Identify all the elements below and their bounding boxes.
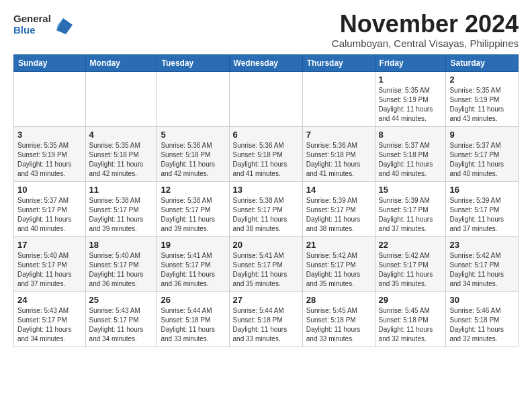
day-number: 16: [449, 185, 515, 195]
day-info: Sunrise: 5:42 AMSunset: 5:17 PMDaylight:…: [379, 251, 443, 289]
calendar-week-2: 3Sunrise: 5:35 AMSunset: 5:19 PMDaylight…: [14, 126, 519, 181]
day-number: 4: [89, 130, 154, 140]
calendar-cell: 19Sunrise: 5:41 AMSunset: 5:17 PMDayligh…: [157, 236, 229, 291]
calendar-cell: 6Sunrise: 5:36 AMSunset: 5:18 PMDaylight…: [229, 126, 302, 181]
day-number: 9: [449, 130, 515, 140]
calendar-cell: 14Sunrise: 5:39 AMSunset: 5:17 PMDayligh…: [302, 181, 375, 236]
day-number: 30: [449, 295, 515, 305]
day-number: 18: [89, 240, 154, 250]
day-info: Sunrise: 5:35 AMSunset: 5:18 PMDaylight:…: [89, 141, 154, 179]
calendar-cell: 5Sunrise: 5:36 AMSunset: 5:18 PMDaylight…: [157, 126, 229, 181]
weekday-saturday: Saturday: [446, 54, 519, 71]
calendar-cell: 30Sunrise: 5:46 AMSunset: 5:18 PMDayligh…: [446, 291, 519, 347]
day-info: Sunrise: 5:43 AMSunset: 5:17 PMDaylight:…: [89, 306, 154, 344]
day-info: Sunrise: 5:39 AMSunset: 5:17 PMDaylight:…: [379, 196, 443, 234]
weekday-sunday: Sunday: [14, 54, 86, 71]
calendar-body: 1Sunrise: 5:35 AMSunset: 5:19 PMDaylight…: [14, 71, 519, 347]
day-info: Sunrise: 5:37 AMSunset: 5:17 PMDaylight:…: [449, 141, 515, 179]
day-info: Sunrise: 5:44 AMSunset: 5:18 PMDaylight:…: [161, 306, 225, 344]
day-number: 13: [233, 185, 299, 195]
day-info: Sunrise: 5:40 AMSunset: 5:17 PMDaylight:…: [17, 251, 82, 289]
day-info: Sunrise: 5:39 AMSunset: 5:17 PMDaylight:…: [449, 196, 515, 234]
logo-blue: Blue: [13, 25, 51, 36]
calendar-cell: 3Sunrise: 5:35 AMSunset: 5:19 PMDaylight…: [14, 126, 86, 181]
calendar-cell: 12Sunrise: 5:38 AMSunset: 5:17 PMDayligh…: [157, 181, 229, 236]
day-number: 6: [233, 130, 299, 140]
day-number: 27: [233, 295, 299, 305]
calendar-cell: 21Sunrise: 5:42 AMSunset: 5:17 PMDayligh…: [302, 236, 375, 291]
day-number: 20: [233, 240, 299, 250]
day-info: Sunrise: 5:43 AMSunset: 5:17 PMDaylight:…: [17, 306, 82, 344]
day-info: Sunrise: 5:35 AMSunset: 5:19 PMDaylight:…: [449, 86, 515, 124]
day-number: 15: [379, 185, 443, 195]
calendar-week-5: 24Sunrise: 5:43 AMSunset: 5:17 PMDayligh…: [14, 291, 519, 347]
calendar-cell: 11Sunrise: 5:38 AMSunset: 5:17 PMDayligh…: [85, 181, 157, 236]
calendar-cell: [157, 71, 229, 126]
logo-icon: [54, 15, 73, 34]
calendar-week-4: 17Sunrise: 5:40 AMSunset: 5:17 PMDayligh…: [14, 236, 519, 291]
day-number: 2: [449, 75, 515, 85]
calendar-week-1: 1Sunrise: 5:35 AMSunset: 5:19 PMDaylight…: [14, 71, 519, 126]
calendar-cell: 15Sunrise: 5:39 AMSunset: 5:17 PMDayligh…: [375, 181, 446, 236]
calendar-cell: 10Sunrise: 5:37 AMSunset: 5:17 PMDayligh…: [14, 181, 86, 236]
calendar-cell: 24Sunrise: 5:43 AMSunset: 5:17 PMDayligh…: [14, 291, 86, 347]
day-info: Sunrise: 5:42 AMSunset: 5:17 PMDaylight:…: [306, 251, 371, 289]
day-info: Sunrise: 5:38 AMSunset: 5:17 PMDaylight:…: [233, 196, 299, 234]
day-number: 28: [306, 295, 371, 305]
day-info: Sunrise: 5:36 AMSunset: 5:18 PMDaylight:…: [161, 141, 225, 179]
calendar-cell: 8Sunrise: 5:37 AMSunset: 5:18 PMDaylight…: [375, 126, 446, 181]
day-number: 26: [161, 295, 225, 305]
calendar-cell: 26Sunrise: 5:44 AMSunset: 5:18 PMDayligh…: [157, 291, 229, 347]
calendar-cell: 27Sunrise: 5:44 AMSunset: 5:18 PMDayligh…: [229, 291, 302, 347]
calendar-cell: 9Sunrise: 5:37 AMSunset: 5:17 PMDaylight…: [446, 126, 519, 181]
calendar-cell: [85, 71, 157, 126]
calendar-cell: 18Sunrise: 5:40 AMSunset: 5:17 PMDayligh…: [85, 236, 157, 291]
calendar-cell: 2Sunrise: 5:35 AMSunset: 5:19 PMDaylight…: [446, 71, 519, 126]
day-info: Sunrise: 5:36 AMSunset: 5:18 PMDaylight:…: [233, 141, 299, 179]
day-number: 21: [306, 240, 371, 250]
svg-marker-0: [56, 18, 73, 34]
calendar-header: SundayMondayTuesdayWednesdayThursdayFrid…: [14, 54, 519, 71]
day-number: 11: [89, 185, 154, 195]
day-info: Sunrise: 5:41 AMSunset: 5:17 PMDaylight:…: [161, 251, 225, 289]
day-info: Sunrise: 5:36 AMSunset: 5:18 PMDaylight:…: [306, 141, 371, 179]
calendar-cell: 25Sunrise: 5:43 AMSunset: 5:17 PMDayligh…: [85, 291, 157, 347]
location-subtitle: Calumboyan, Central Visayas, Philippines: [332, 38, 519, 49]
title-block: November 2024 Calumboyan, Central Visaya…: [332, 11, 519, 49]
day-info: Sunrise: 5:35 AMSunset: 5:19 PMDaylight:…: [379, 86, 443, 124]
day-number: 12: [161, 185, 225, 195]
calendar-cell: 20Sunrise: 5:41 AMSunset: 5:17 PMDayligh…: [229, 236, 302, 291]
weekday-friday: Friday: [375, 54, 446, 71]
calendar-cell: 17Sunrise: 5:40 AMSunset: 5:17 PMDayligh…: [14, 236, 86, 291]
calendar-cell: [14, 71, 86, 126]
day-number: 23: [449, 240, 515, 250]
calendar-cell: 16Sunrise: 5:39 AMSunset: 5:17 PMDayligh…: [446, 181, 519, 236]
day-number: 3: [17, 130, 82, 140]
calendar-cell: 28Sunrise: 5:45 AMSunset: 5:18 PMDayligh…: [302, 291, 375, 347]
logo-text: General Blue: [13, 13, 51, 36]
day-info: Sunrise: 5:42 AMSunset: 5:17 PMDaylight:…: [449, 251, 515, 289]
calendar-cell: 23Sunrise: 5:42 AMSunset: 5:17 PMDayligh…: [446, 236, 519, 291]
day-number: 24: [17, 295, 82, 305]
calendar-table: SundayMondayTuesdayWednesdayThursdayFrid…: [13, 54, 519, 347]
day-info: Sunrise: 5:35 AMSunset: 5:19 PMDaylight:…: [17, 141, 82, 179]
logo-general: General: [13, 13, 51, 25]
day-info: Sunrise: 5:45 AMSunset: 5:18 PMDaylight:…: [306, 306, 371, 344]
page-container: General Blue November 2024 Calumboyan, C…: [0, 0, 532, 354]
day-info: Sunrise: 5:44 AMSunset: 5:18 PMDaylight:…: [233, 306, 299, 344]
day-number: 22: [379, 240, 443, 250]
day-number: 19: [161, 240, 225, 250]
calendar-cell: 1Sunrise: 5:35 AMSunset: 5:19 PMDaylight…: [375, 71, 446, 126]
calendar-cell: [229, 71, 302, 126]
day-info: Sunrise: 5:40 AMSunset: 5:17 PMDaylight:…: [89, 251, 154, 289]
day-info: Sunrise: 5:45 AMSunset: 5:18 PMDaylight:…: [379, 306, 443, 344]
calendar-cell: 7Sunrise: 5:36 AMSunset: 5:18 PMDaylight…: [302, 126, 375, 181]
day-number: 10: [17, 185, 82, 195]
calendar-cell: [302, 71, 375, 126]
header: General Blue November 2024 Calumboyan, C…: [13, 11, 519, 49]
day-number: 7: [306, 130, 371, 140]
day-number: 25: [89, 295, 154, 305]
calendar-week-3: 10Sunrise: 5:37 AMSunset: 5:17 PMDayligh…: [14, 181, 519, 236]
day-number: 8: [379, 130, 443, 140]
day-number: 14: [306, 185, 371, 195]
